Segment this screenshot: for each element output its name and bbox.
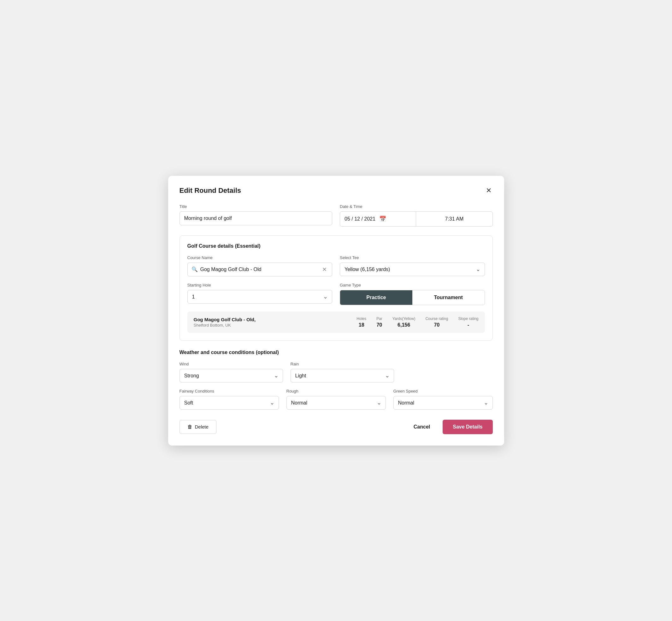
green-speed-label: Green Speed: [393, 389, 493, 394]
course-name-input[interactable]: [200, 263, 321, 276]
green-speed-dropdown[interactable]: Slow Normal Fast: [393, 396, 493, 410]
fairway-dropdown[interactable]: Hard Normal Soft Wet: [179, 396, 279, 410]
hole-gametype-row: Starting Hole 1 2 3 10 ⌄ Game Type Pract…: [187, 283, 485, 305]
cancel-button[interactable]: Cancel: [409, 420, 435, 433]
delete-label: Delete: [195, 424, 209, 429]
course-name-display: Gog Magog Golf Club - Old,: [194, 317, 347, 322]
slope-rating-value: -: [458, 322, 478, 328]
course-rating-stat: Course rating 70: [425, 317, 448, 328]
rain-select-wrap: None Light Moderate Heavy ⌄: [291, 369, 394, 382]
datetime-field-group: Date & Time 05 / 12 / 2021 📅 7:31 AM: [340, 204, 493, 226]
holes-stat: Holes 18: [356, 317, 366, 328]
delete-button[interactable]: 🗑 Delete: [179, 420, 216, 434]
search-icon: 🔍: [192, 266, 198, 272]
date-value: 05 / 12 / 2021: [344, 216, 377, 222]
title-label: Title: [179, 204, 333, 209]
green-speed-group: Green Speed Slow Normal Fast ⌄: [393, 389, 493, 410]
rough-label: Rough: [287, 389, 386, 394]
date-field[interactable]: 05 / 12 / 2021 📅: [340, 212, 416, 226]
slope-rating-stat: Slope rating -: [458, 317, 478, 328]
footer-row: 🗑 Delete Cancel Save Details: [179, 420, 493, 434]
golf-section-title: Golf Course details (Essential): [187, 243, 485, 249]
wind-dropdown[interactable]: None Light Moderate Strong: [179, 369, 283, 382]
game-type-label: Game Type: [340, 283, 485, 287]
holes-label: Holes: [356, 317, 366, 321]
title-input[interactable]: [179, 211, 333, 225]
par-label: Par: [376, 317, 382, 321]
starting-hole-label: Starting Hole: [187, 283, 333, 287]
weather-section: Weather and course conditions (optional)…: [179, 349, 493, 410]
yards-value: 6,156: [392, 322, 416, 328]
weather-row-1: Wind None Light Moderate Strong ⌄ Rain N…: [179, 362, 394, 382]
course-info-name: Gog Magog Golf Club - Old, Shelford Bott…: [194, 317, 347, 328]
save-button[interactable]: Save Details: [443, 420, 493, 434]
select-tee-label: Select Tee: [340, 255, 485, 260]
starting-hole-group: Starting Hole 1 2 3 10 ⌄: [187, 283, 333, 305]
fairway-label: Fairway Conditions: [179, 389, 279, 394]
starting-hole-wrap: 1 2 3 10 ⌄: [187, 290, 333, 303]
rough-select-wrap: Short Normal Long ⌄: [287, 396, 386, 410]
game-type-toggle: Practice Tournament: [340, 290, 485, 305]
course-search-wrap: 🔍 ✕: [187, 262, 333, 277]
yards-label: Yards(Yellow): [392, 317, 416, 321]
green-speed-select-wrap: Slow Normal Fast ⌄: [393, 396, 493, 410]
game-type-group: Game Type Practice Tournament: [340, 283, 485, 305]
golf-course-section: Golf Course details (Essential) Course N…: [179, 236, 493, 341]
course-name-label: Course Name: [187, 255, 333, 260]
select-tee-dropdown[interactable]: Yellow (6,156 yards) White Red Blue: [340, 262, 485, 276]
wind-group: Wind None Light Moderate Strong ⌄: [179, 362, 283, 382]
course-info-bar: Gog Magog Golf Club - Old, Shelford Bott…: [187, 312, 485, 333]
select-tee-group: Select Tee Yellow (6,156 yards) White Re…: [340, 255, 485, 277]
fairway-group: Fairway Conditions Hard Normal Soft Wet …: [179, 389, 279, 410]
title-field-group: Title: [179, 204, 333, 226]
weather-row-2: Fairway Conditions Hard Normal Soft Wet …: [179, 389, 493, 410]
calendar-icon: 📅: [379, 215, 411, 222]
slope-rating-label: Slope rating: [458, 317, 478, 321]
rough-group: Rough Short Normal Long ⌄: [287, 389, 386, 410]
datetime-label: Date & Time: [340, 204, 493, 209]
wind-select-wrap: None Light Moderate Strong ⌄: [179, 369, 283, 382]
course-rating-value: 70: [425, 322, 448, 328]
clear-course-button[interactable]: ✕: [321, 265, 328, 274]
top-row: Title Date & Time 05 / 12 / 2021 📅 7:31 …: [179, 204, 493, 226]
select-tee-wrap: Yellow (6,156 yards) White Red Blue ⌄: [340, 262, 485, 276]
starting-hole-dropdown[interactable]: 1 2 3 10: [187, 290, 333, 303]
wind-label: Wind: [179, 362, 283, 366]
modal-title: Edit Round Details: [179, 187, 241, 195]
right-buttons: Cancel Save Details: [409, 420, 493, 434]
time-value: 7:31 AM: [445, 216, 464, 222]
rain-label: Rain: [291, 362, 394, 366]
course-rating-label: Course rating: [425, 317, 448, 321]
par-stat: Par 70: [376, 317, 382, 328]
practice-button[interactable]: Practice: [340, 290, 412, 305]
par-value: 70: [376, 322, 382, 328]
date-time-row: 05 / 12 / 2021 📅 7:31 AM: [340, 211, 493, 226]
tournament-button[interactable]: Tournament: [412, 290, 485, 305]
time-field[interactable]: 7:31 AM: [416, 212, 492, 226]
course-name-group: Course Name 🔍 ✕: [187, 255, 333, 277]
rain-group: Rain None Light Moderate Heavy ⌄: [291, 362, 394, 382]
yards-stat: Yards(Yellow) 6,156: [392, 317, 416, 328]
close-button[interactable]: ✕: [485, 186, 493, 195]
modal-header: Edit Round Details ✕: [179, 186, 493, 195]
course-tee-row: Course Name 🔍 ✕ Select Tee Yellow (6,156…: [187, 255, 485, 277]
rain-dropdown[interactable]: None Light Moderate Heavy: [291, 369, 394, 382]
trash-icon: 🗑: [187, 424, 193, 430]
edit-round-modal: Edit Round Details ✕ Title Date & Time 0…: [168, 176, 504, 446]
rough-dropdown[interactable]: Short Normal Long: [287, 396, 386, 410]
course-location: Shelford Bottom, UK: [194, 323, 347, 328]
weather-section-title: Weather and course conditions (optional): [179, 349, 493, 355]
holes-value: 18: [356, 322, 366, 328]
fairway-select-wrap: Hard Normal Soft Wet ⌄: [179, 396, 279, 410]
